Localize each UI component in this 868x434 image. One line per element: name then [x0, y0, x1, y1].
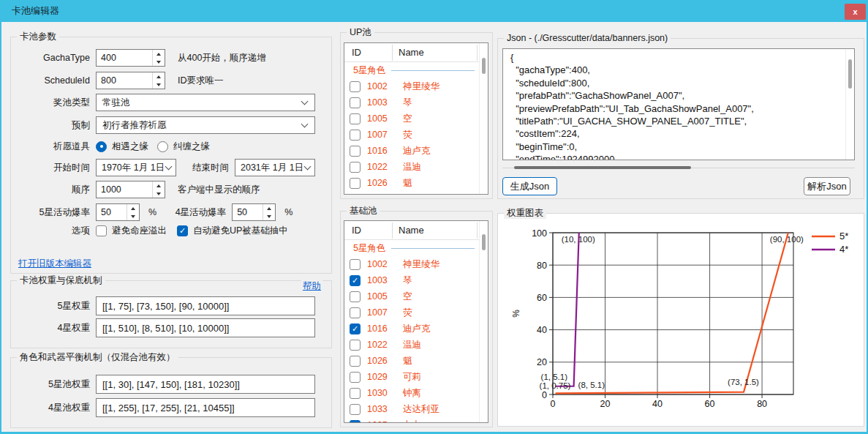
spin-down-icon[interactable] — [156, 192, 161, 195]
scrollbar-thumb[interactable] — [482, 58, 486, 74]
checkbox-auto-avoid-up-label[interactable]: 自动避免UP被基础抽中 — [193, 225, 288, 237]
rate4-spin-buttons[interactable] — [263, 204, 275, 220]
item-checkbox[interactable] — [350, 356, 361, 367]
order-value[interactable]: 1000 — [97, 182, 152, 198]
spin-down-icon[interactable] — [156, 61, 161, 64]
pool-weight4-input[interactable]: [[1, 255], [17, 255], [21, 10455]] — [96, 398, 315, 417]
column-header-id[interactable]: ID — [344, 222, 393, 239]
item-checkbox[interactable] — [350, 307, 361, 318]
generate-json-button[interactable]: 生成Json — [502, 177, 557, 195]
spin-up-icon[interactable] — [156, 184, 161, 187]
scheduleid-spin-buttons[interactable] — [152, 72, 165, 89]
rate5-spinner[interactable]: 50 — [96, 203, 140, 221]
column-header-name[interactable]: Name — [393, 45, 478, 61]
spin-down-icon[interactable] — [267, 215, 271, 218]
preset-select[interactable]: 初行者推荐祈愿 — [96, 116, 315, 134]
gachatype-value[interactable]: 400 — [97, 50, 152, 66]
list-item[interactable]: 1007荧 — [344, 304, 479, 321]
list-item[interactable]: 1026魈 — [344, 175, 479, 191]
spin-up-icon[interactable] — [156, 75, 161, 78]
item-checkbox[interactable] — [350, 146, 361, 157]
weight4-input[interactable]: [[1, 510], [8, 510], [10, 10000]] — [96, 318, 315, 337]
open-old-editor-link[interactable]: 打开旧版本编辑器 — [18, 258, 91, 270]
radio-intertwined-fate[interactable] — [157, 141, 168, 152]
column-header-name[interactable]: Name — [393, 222, 478, 239]
list-item[interactable]: 1005空 — [344, 288, 479, 304]
radio-intertwined-fate-label[interactable]: 纠缠之缘 — [173, 141, 210, 153]
column-header-id[interactable]: ID — [344, 45, 393, 61]
item-checkbox[interactable] — [350, 323, 361, 334]
radio-acquaint-fate[interactable] — [96, 141, 107, 152]
item-checkbox[interactable] — [350, 420, 361, 423]
horizontal-scrollbar[interactable] — [502, 165, 855, 171]
titlebar[interactable]: 卡池编辑器 — [0, 0, 868, 22]
spin-up-icon[interactable] — [156, 53, 161, 56]
gachatype-spinner[interactable]: 400 — [96, 49, 165, 67]
item-checkbox[interactable] — [350, 340, 361, 351]
json-textarea[interactable]: { "gachaType":400, "scheduleId":800, "pr… — [502, 48, 855, 160]
vertical-scrollbar[interactable] — [479, 43, 488, 194]
list-item[interactable]: 1033达达利亚 — [344, 401, 479, 417]
list-item[interactable]: 1002神里绫华 — [344, 256, 479, 272]
item-checkbox[interactable] — [350, 388, 361, 399]
list-item[interactable]: 1016迪卢克 — [344, 321, 479, 337]
item-checkbox[interactable] — [350, 404, 361, 415]
item-checkbox[interactable] — [350, 113, 361, 124]
item-checkbox[interactable] — [350, 259, 361, 270]
item-checkbox[interactable] — [350, 162, 361, 173]
list-item[interactable]: 1007荧 — [344, 127, 479, 143]
vertical-scrollbar[interactable] — [845, 49, 854, 160]
pool-weight5-input[interactable]: [[1, 30], [147, 150], [181, 10230]] — [96, 375, 315, 394]
item-checkbox[interactable] — [350, 130, 361, 141]
gachatype-spin-buttons[interactable] — [152, 50, 165, 66]
close-button[interactable]: x — [845, 4, 866, 20]
rate4-value[interactable]: 50 — [233, 204, 263, 220]
list-item[interactable]: 1030钟离 — [344, 385, 479, 401]
list-item[interactable]: 1026魈 — [344, 353, 479, 369]
rate5-spin-buttons[interactable] — [127, 204, 139, 220]
weight5-input[interactable]: [[1, 75], [73, 150], [90, 10000]] — [96, 296, 315, 315]
radio-acquaint-fate-label[interactable]: 相遇之缘 — [112, 141, 148, 153]
spin-up-icon[interactable] — [131, 207, 135, 210]
list-item[interactable]: 1022温迪 — [344, 159, 479, 175]
list-item[interactable]: 1016迪卢克 — [344, 143, 479, 159]
list-item[interactable]: 1003琴 — [344, 94, 479, 111]
order-spin-buttons[interactable] — [152, 182, 165, 198]
list-item[interactable]: 1003琴 — [344, 272, 479, 288]
pool-type-select[interactable]: 常驻池 — [96, 94, 315, 111]
checkbox-avoid-constellation-overflow-label[interactable]: 避免命座溢出 — [112, 225, 167, 237]
spin-down-icon[interactable] — [131, 215, 135, 218]
order-spinner[interactable]: 1000 — [96, 181, 165, 198]
item-checkbox[interactable] — [350, 291, 361, 302]
item-checkbox[interactable] — [350, 275, 361, 286]
rate5-value[interactable]: 50 — [97, 204, 127, 220]
item-checkbox[interactable] — [350, 97, 361, 108]
scrollbar-thumb[interactable] — [482, 234, 486, 250]
gachatype-row: GachaType 400 从400开始，顺序递增 — [11, 49, 327, 67]
checkbox-avoid-constellation-overflow[interactable] — [96, 225, 107, 236]
up-pool-list[interactable]: IDName5星角色1002神里绫华1003琴1005空1007荧1016迪卢克… — [344, 42, 488, 195]
list-item[interactable]: 1035七七 — [344, 417, 479, 422]
spin-up-icon[interactable] — [267, 207, 271, 210]
list-item[interactable]: 1002神里绫华 — [344, 78, 479, 94]
list-item[interactable]: 1005空 — [344, 111, 479, 127]
json-text[interactable]: { "gachaType":400, "scheduleId":800, "pr… — [503, 49, 845, 160]
rate4-spinner[interactable]: 50 — [232, 203, 276, 221]
list-item[interactable]: 1029可莉 — [344, 369, 479, 385]
end-time-picker[interactable]: 2031年 1月 1日 — [235, 159, 315, 176]
base-pool-list[interactable]: IDName5星角色1002神里绫华1003琴1005空1007荧1016迪卢克… — [344, 220, 488, 423]
scrollbar-thumb[interactable] — [848, 59, 852, 89]
item-checkbox[interactable] — [350, 81, 361, 92]
list-item[interactable]: 1022温迪 — [344, 337, 479, 353]
parse-json-button[interactable]: 解析Json — [804, 177, 850, 195]
item-checkbox[interactable] — [350, 178, 361, 189]
scheduleid-spinner[interactable]: 800 — [96, 72, 165, 89]
spin-down-icon[interactable] — [156, 83, 161, 86]
help-link[interactable]: 帮助 — [301, 280, 322, 293]
begin-time-picker[interactable]: 1970年 1月 1日 — [96, 159, 176, 176]
vertical-scrollbar[interactable] — [479, 221, 488, 422]
scrollbar-thumb[interactable] — [514, 166, 691, 169]
item-checkbox[interactable] — [350, 372, 361, 383]
scheduleid-value[interactable]: 800 — [97, 72, 152, 89]
checkbox-auto-avoid-up[interactable] — [177, 225, 188, 236]
